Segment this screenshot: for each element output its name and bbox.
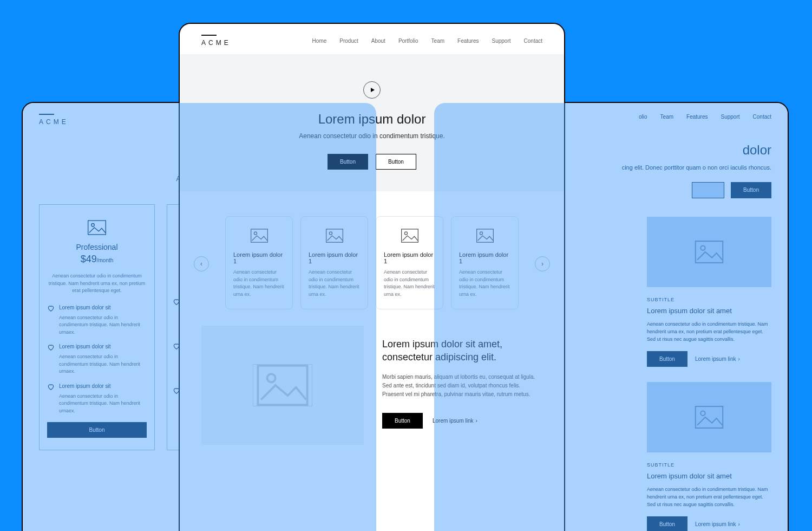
card-title: Lorem ipsum dolor 1 (309, 251, 360, 264)
image-placeholder-icon (476, 229, 494, 243)
heart-icon (47, 344, 55, 351)
nav-link[interactable]: Home (312, 38, 327, 44)
image-placeholder (647, 382, 771, 452)
image-placeholder-icon (253, 364, 312, 406)
card-link[interactable]: Lorem ipsum link› (695, 356, 740, 362)
card-title: Lorem ipsum dolor 1 (459, 251, 510, 264)
hero-button[interactable]: Button (731, 182, 771, 198)
logo: ACME (39, 114, 69, 126)
input-placeholder[interactable] (692, 182, 724, 198)
card-link[interactable]: Lorem ipsum link› (695, 521, 740, 527)
nav-link[interactable]: Product (339, 38, 358, 44)
hero-title: Lorem ipsum dolor (201, 112, 542, 127)
template-preview-center: ACME Home Product About Portfolio Team F… (179, 23, 565, 531)
card-title: Lorem ipsum dolor 1 (233, 251, 285, 264)
logo: ACME (201, 35, 231, 47)
hero-secondary-button[interactable]: Button (376, 154, 416, 170)
card-body: Aenean consectetur odio in condimentum t… (459, 269, 510, 298)
nav-link[interactable]: Features (457, 38, 479, 44)
card-body: Aenean consectetur odio in condimentum t… (384, 269, 435, 298)
nav-link[interactable]: Support (721, 114, 740, 120)
feature-card: SUBTITLE Lorem ipsum dolor sit amet Aene… (647, 217, 771, 367)
nav-link[interactable]: Portfolio (398, 38, 418, 44)
plan-price: $49/month (47, 254, 147, 265)
heart-icon (47, 305, 55, 312)
nav-link[interactable]: Team (660, 114, 673, 120)
card-body: Aenean consectetur odio in condimentum t… (233, 269, 285, 298)
image-placeholder-icon (401, 229, 418, 243)
carousel-card: Lorem ipsum dolor 1 Aenean consectetur o… (300, 216, 368, 309)
carousel-card: Lorem ipsum dolor 1 Aenean consectetur o… (376, 216, 443, 309)
image-placeholder-icon (251, 229, 268, 243)
carousel-card: Lorem ipsum dolor 1 Aenean consectetur o… (225, 216, 293, 309)
plan-button[interactable]: Button (47, 422, 147, 438)
nav-link[interactable]: About (371, 38, 385, 44)
nav-link[interactable]: olio (639, 114, 647, 120)
nav-link[interactable]: Team (431, 38, 444, 44)
nav: Home Product About Portfolio Team Featur… (312, 38, 542, 44)
card-button[interactable]: Button (647, 516, 687, 531)
nav-link[interactable]: Contact (524, 38, 542, 44)
plan-name: Professional (47, 243, 147, 251)
pricing-plan: Professional $49/month Aenean consectetu… (39, 204, 155, 450)
nav-link[interactable]: Support (492, 38, 511, 44)
card-title: Lorem ipsum dolor sit amet (647, 472, 771, 480)
image-placeholder-icon (88, 220, 106, 235)
feature-section: Lorem ipsum dolor sit amet, consectetur … (180, 326, 564, 467)
plan-feature: Lorem ipsum dolor sit (59, 344, 111, 351)
feature-card: SUBTITLE Lorem ipsum dolor sit amet Aene… (647, 382, 771, 531)
plan-feature-detail: Aenean consectetur odio in condimentum t… (59, 393, 147, 415)
carousel-card: Lorem ipsum dolor 1 Aenean consectetur o… (451, 216, 519, 309)
feature-body: Morbi sapien mauris, aliquam ut lobortis… (382, 373, 542, 399)
image-placeholder (647, 217, 771, 287)
feature-button[interactable]: Button (382, 413, 423, 429)
card-body: Aenean consectetur odio in condimentum t… (309, 269, 360, 298)
play-icon[interactable] (363, 81, 381, 99)
card-title: Lorem ipsum dolor sit amet (647, 307, 771, 315)
card-title: Lorem ipsum dolor 1 (384, 251, 435, 264)
card-carousel: Lorem ipsum dolor 1 Aenean consectetur o… (201, 216, 542, 309)
image-placeholder-icon (326, 229, 343, 243)
card-subtitle: SUBTITLE (647, 462, 771, 468)
carousel-prev-button[interactable]: ‹ (194, 256, 209, 271)
nav: olio Team Features Support Contact (639, 114, 771, 120)
heart-icon (47, 383, 55, 391)
card-subtitle: SUBTITLE (647, 297, 771, 302)
plan-desc: Aenean consectetur odio in condimentum t… (47, 273, 147, 295)
plan-feature: Lorem ipsum dolor sit (59, 305, 111, 312)
plan-feature-detail: Aenean consectetur odio in condimentum t… (59, 353, 147, 375)
carousel-next-button[interactable]: › (535, 256, 550, 271)
plan-feature-detail: Aenean consectetur odio in condimentum t… (59, 314, 147, 336)
nav-link[interactable]: Contact (753, 114, 771, 120)
plan-feature: Lorem ipsum dolor sit (59, 383, 111, 391)
feature-image (201, 326, 364, 445)
nav-link[interactable]: Features (686, 114, 708, 120)
hero: Lorem ipsum dolor Aenean consectetur odi… (180, 54, 564, 191)
hero-subtitle: Aenean consectetur odio in condimentum t… (201, 132, 542, 140)
feature-link[interactable]: Lorem ipsum link› (433, 418, 477, 424)
card-body: Aenean consectetur odio in condimentum t… (647, 320, 771, 344)
hero-primary-button[interactable]: Button (328, 154, 368, 170)
card-button[interactable]: Button (647, 351, 687, 367)
card-body: Aenean consectetur odio in condimentum t… (647, 485, 771, 509)
feature-title: Lorem ipsum dolor sit amet, consectetur … (382, 338, 542, 364)
